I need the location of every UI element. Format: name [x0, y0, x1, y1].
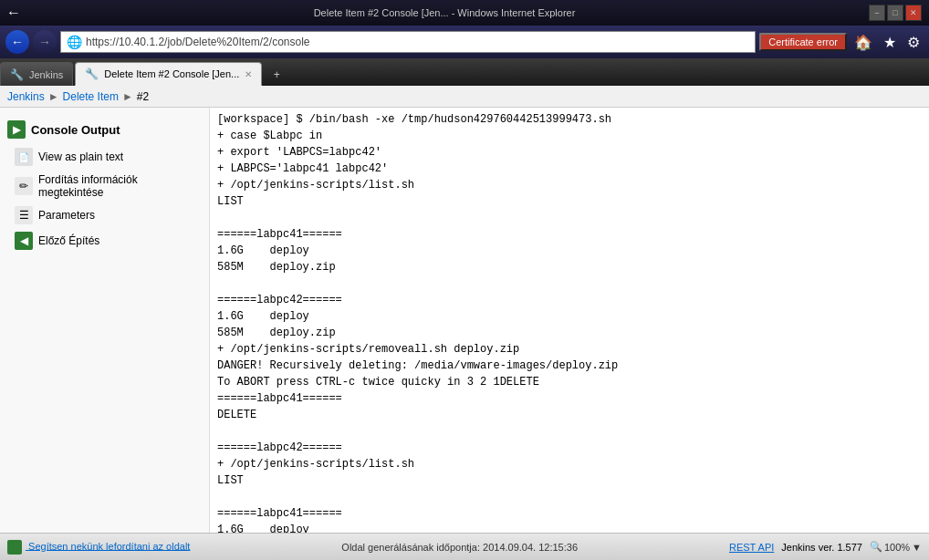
statusbar-time: Oldal generálásának időpontja: 2014.09.0…	[341, 542, 578, 553]
sidebar-item-parameters[interactable]: ☰ Parameters	[0, 202, 209, 228]
tab-console[interactable]: 🔧 Delete Item #2 Console [Jen... ✕	[75, 62, 262, 86]
console-content-area: [workspace] $ /bin/bash -xe /tmp/hudson4…	[210, 108, 929, 533]
tab-jenkins[interactable]: 🔧 Jenkins	[0, 62, 73, 86]
zoom-icon: 🔍	[870, 541, 882, 553]
console-output-text: [workspace] $ /bin/bash -xe /tmp/hudson4…	[217, 111, 922, 533]
forditas-label: Fordítás információk megtekintése	[38, 173, 202, 199]
breadcrumb: Jenkins ► Delete Item ► #2	[0, 86, 929, 108]
statusbar-translate-link[interactable]: Segítsen nekünk lefordítani az oldalt	[7, 540, 190, 555]
tab-console-icon: 🔧	[85, 67, 99, 80]
breadcrumb-jenkins[interactable]: Jenkins	[7, 90, 45, 103]
statusbar-time-text: Oldal generálásának időpontja: 2014.09.0…	[341, 542, 578, 553]
parameters-label: Parameters	[38, 209, 95, 222]
home-icon[interactable]: 🏠	[851, 32, 876, 53]
window-title: Delete Item #2 Console [Jen... - Windows…	[314, 7, 576, 18]
view-plain-text-label: View as plain text	[38, 150, 123, 163]
sidebar-item-elozo-epites[interactable]: ◀ Előző Építés	[0, 228, 209, 254]
tab-jenkins-label: Jenkins	[29, 69, 63, 80]
tab-jenkins-icon: 🔧	[10, 68, 24, 81]
ie-logo-icon: 🌐	[67, 35, 82, 49]
parameters-icon: ☰	[15, 206, 33, 224]
main-area: ▶ Console Output 📄 View as plain text ✏ …	[0, 108, 929, 533]
titlebar-left: ←	[7, 6, 20, 19]
tabbar: 🔧 Jenkins 🔧 Delete Item #2 Console [Jen.…	[0, 58, 929, 86]
elozo-epites-icon: ◀	[15, 232, 33, 250]
sidebar-item-console-output[interactable]: ▶ Console Output	[0, 115, 209, 144]
console-output-label: Console Output	[31, 123, 120, 137]
breadcrumb-sep-2: ►	[122, 90, 133, 103]
toolbar-icons: 🏠 ★ ⚙	[851, 32, 924, 53]
console-output-icon: ▶	[7, 120, 26, 139]
url-text: https://10.40.1.2/job/Delete%20Item/2/co…	[86, 36, 749, 48]
new-tab-btn[interactable]: +	[266, 64, 287, 86]
breadcrumb-item-number: #2	[137, 90, 149, 103]
statusbar-right: REST API Jenkins ver. 1.577 🔍 100% ▼	[729, 541, 922, 553]
breadcrumb-delete-item[interactable]: Delete Item	[63, 90, 119, 103]
sidebar-item-view-plain-text[interactable]: 📄 View as plain text	[0, 144, 209, 170]
cert-error-btn[interactable]: Certificate error	[759, 33, 847, 51]
view-plain-text-icon: 📄	[15, 148, 33, 166]
statusbar-version: Jenkins ver. 1.577	[781, 542, 862, 553]
favorites-icon[interactable]: ★	[880, 32, 900, 53]
zoom-value: 100%	[884, 542, 910, 553]
sidebar: ▶ Console Output 📄 View as plain text ✏ …	[0, 108, 210, 533]
close-btn[interactable]: ✕	[905, 5, 922, 21]
tab-close-icon[interactable]: ✕	[245, 69, 252, 79]
settings-icon[interactable]: ⚙	[903, 32, 924, 53]
sidebar-item-forditas[interactable]: ✏ Fordítás információk megtekintése	[0, 170, 209, 202]
titlebar: ← Delete Item #2 Console [Jen... - Windo…	[0, 0, 929, 26]
back-btn[interactable]: ←	[7, 6, 20, 19]
browser-back-btn[interactable]: ←	[5, 30, 29, 54]
statusbar-jenkins-icon	[7, 540, 22, 555]
rest-api-link[interactable]: REST API	[729, 542, 774, 553]
forditas-icon: ✏	[15, 177, 33, 195]
zoom-control[interactable]: 🔍 100% ▼	[870, 541, 922, 553]
tab-console-label: Delete Item #2 Console [Jen...	[104, 68, 239, 79]
address-bar-box[interactable]: 🌐 https://10.40.1.2/job/Delete%20Item/2/…	[60, 31, 756, 53]
zoom-dropdown-icon[interactable]: ▼	[912, 542, 922, 553]
window-controls: − □ ✕	[869, 5, 922, 21]
statusbar: Segítsen nekünk lefordítani az oldalt Ol…	[0, 533, 929, 560]
minimize-btn[interactable]: −	[869, 5, 885, 21]
browser-forward-btn[interactable]: →	[33, 30, 57, 54]
translate-link[interactable]: Segítsen nekünk lefordítani az oldalt	[28, 540, 190, 551]
addressbar: ← → 🌐 https://10.40.1.2/job/Delete%20Ite…	[0, 26, 929, 58]
elozo-epites-label: Előző Építés	[38, 234, 99, 247]
breadcrumb-sep-1: ►	[48, 90, 59, 103]
maximize-btn[interactable]: □	[887, 5, 903, 21]
